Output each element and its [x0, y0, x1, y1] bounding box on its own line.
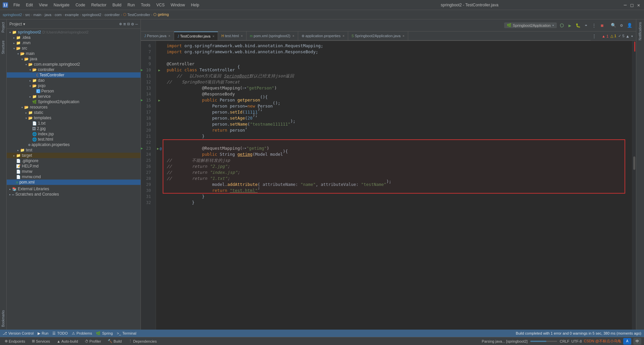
tab-testhtml-close[interactable]: × [241, 34, 243, 38]
tree-springapp[interactable]: 🌿 Springboot2Application [7, 99, 141, 105]
user-button[interactable]: 👤 [626, 22, 633, 29]
scrollbar-thumb[interactable] [633, 156, 635, 170]
dependencies-toolbar-item[interactable]: ⋮ Dependencies [126, 338, 159, 344]
tree-1txt[interactable]: 📄 1.txt [7, 121, 141, 126]
menu-run[interactable]: Run [125, 2, 138, 8]
sidebar-hide-icon[interactable]: – [135, 21, 138, 26]
vertical-scrollbar[interactable] [632, 41, 636, 330]
more-run-button[interactable]: ⋮ [590, 22, 598, 29]
tree-testcontroller[interactable]: C TestController [7, 72, 141, 78]
endpoints-toolbar-item[interactable]: ⊕ Endpoints [3, 338, 27, 344]
menu-code[interactable]: Code [73, 2, 88, 8]
tree-scratches[interactable]: ▸ ✏ Scratches and Consoles [7, 192, 141, 197]
breadcrumb-item[interactable]: springboot2 [82, 13, 102, 17]
tree-main[interactable]: ▾ 📂 main [7, 51, 141, 56]
tree-gitignore[interactable]: 📄 .gitignore [7, 158, 141, 163]
tab-appprops-close[interactable]: × [342, 34, 344, 38]
profiler-toolbar-item[interactable]: ⏱ Profiler [83, 339, 103, 344]
tab-springbootapp[interactable]: S Springboot2Application.java × [348, 31, 408, 40]
tab-testcontroller[interactable]: J TestController.java × [174, 31, 218, 40]
notifications-panel-icon[interactable]: Notifications [638, 21, 643, 42]
tab-pom-close[interactable]: × [292, 34, 294, 38]
close-button[interactable]: ✕ [636, 2, 641, 8]
menu-build[interactable]: Build [110, 2, 124, 8]
reload-button[interactable] [558, 22, 566, 29]
terminal-status[interactable]: >_ Terminal [117, 331, 136, 335]
tree-indexjsp[interactable]: 🌐 index.jsp [7, 131, 141, 137]
tree-helpmd[interactable]: 📝 HELP.md [7, 163, 141, 169]
breadcrumb-item[interactable]: src [25, 13, 30, 17]
tree-controller[interactable]: ▾ 📂 controller [7, 67, 141, 72]
menu-vcs[interactable]: VCS [154, 2, 167, 8]
tree-2jpg[interactable]: 🖼 2.jpg [7, 126, 141, 131]
tree-service[interactable]: ▸ 📁 service [7, 94, 141, 99]
root-expand-arrow[interactable]: ▾ [8, 30, 12, 34]
tree-target[interactable]: ▸ 📁 target [7, 153, 141, 158]
menu-window[interactable]: Window [168, 2, 188, 8]
menu-view[interactable]: View [36, 2, 50, 8]
breadcrumb-item[interactable]: springboot2 [3, 13, 22, 17]
breadcrumb-item[interactable]: ⬡ getimg [153, 12, 169, 17]
collapse-editor-icon[interactable]: ▲ [627, 34, 629, 39]
menu-file[interactable]: File [11, 2, 22, 8]
maximize-button[interactable]: □ [629, 2, 635, 8]
tree-java[interactable]: ▾ 📂 java [7, 56, 141, 62]
tree-src[interactable]: ▾ 📂 src [7, 46, 141, 51]
breadcrumb-item[interactable]: controller [105, 13, 120, 17]
translate-button[interactable]: A [623, 338, 631, 345]
error-indicator[interactable]: ▲ 1 [602, 34, 608, 38]
structure-icon[interactable]: Structure [1, 39, 6, 56]
tree-static[interactable]: ▸ 📁 static [7, 110, 141, 115]
zh-button[interactable]: 中 [633, 338, 641, 345]
tree-pojo[interactable]: ▾ 📂 pojo [7, 83, 141, 88]
tree-mvn[interactable]: ▸ 📁 .mvn [7, 40, 141, 46]
tab-person[interactable]: J Person.java × [141, 31, 174, 40]
build-toolbar-item[interactable]: 🔨 Build [106, 338, 123, 344]
charset-indicator[interactable]: UTF-8 [571, 339, 582, 343]
coverage-button[interactable]: ☂ [582, 22, 590, 29]
sidebar-collapse-icon[interactable]: ⊟ [127, 21, 130, 26]
check-indicator[interactable]: ✓ 5 [618, 34, 624, 38]
tree-testhtml[interactable]: 🌐 test.html [7, 137, 141, 142]
tree-root[interactable]: ▾ 📁 springboot2 D:\Users\Admin\springboo… [7, 29, 141, 35]
tree-idea[interactable]: ▸ 📁 .idea [7, 35, 141, 40]
menu-help[interactable]: Help [188, 2, 202, 8]
tree-templates[interactable]: ▾ 📂 templates [7, 115, 141, 121]
run-button[interactable]: ▶ [566, 22, 574, 29]
tab-appprops[interactable]: ⚙ application.properties × [298, 31, 348, 40]
menu-tools[interactable]: Tools [138, 2, 153, 8]
tree-mvnw[interactable]: 📄 mvnw [7, 169, 141, 174]
breadcrumb-item[interactable]: example [65, 13, 79, 17]
breadcrumb-item[interactable]: com [55, 13, 62, 17]
tree-test[interactable]: ▸ 📁 test [7, 147, 141, 153]
tree-ext-libraries[interactable]: ▸ 📚 External Libraries [7, 186, 141, 192]
search-everywhere-button[interactable]: 🔍 [610, 22, 617, 29]
debug-button[interactable]: 🐛 [574, 22, 582, 29]
warning-indicator[interactable]: △ 1 [610, 34, 616, 38]
breadcrumb-item[interactable]: java [45, 13, 51, 17]
tab-springbootapp-close[interactable]: × [402, 34, 405, 38]
crlf-indicator[interactable]: CRLF [560, 339, 570, 343]
tab-pom[interactable]: m pom.xml (springboot2) × [247, 31, 298, 40]
breadcrumb-item[interactable]: ⬡ TestController [123, 12, 150, 17]
tab-person-close[interactable]: × [168, 34, 170, 38]
tree-pom[interactable]: m pom.xml [7, 180, 141, 185]
spring-status[interactable]: 🌿 Spring [96, 331, 113, 336]
stop-button[interactable]: ■ [598, 22, 606, 29]
code-editor[interactable]: 6 7 8 9 ▶10 11 12 13 14 ▶15 16 17 18 19 … [141, 41, 636, 330]
project-icon[interactable]: Project [1, 21, 6, 34]
problems-status[interactable]: ⚠ Problems [72, 331, 92, 336]
settings-button[interactable]: ⚙ [618, 22, 625, 29]
tab-testcontroller-close[interactable]: × [212, 34, 214, 38]
menu-refactor[interactable]: Refactor [89, 2, 109, 8]
todo-status[interactable]: ☰ TODO [52, 331, 68, 336]
autobuild-toolbar-item[interactable]: ▲ Auto-build [55, 339, 80, 344]
breadcrumb-item[interactable]: main [34, 13, 42, 17]
tree-package[interactable]: ▾ 📂 com.example.springboot2 [7, 62, 141, 67]
bookmarks-icon[interactable]: Bookmarks [1, 309, 6, 328]
sidebar-settings-icon[interactable]: ⚙ [131, 21, 134, 26]
menu-edit[interactable]: Edit [23, 2, 36, 8]
tree-appprops[interactable]: ⚙ application.properties [7, 142, 141, 147]
tree-dao[interactable]: ▸ 📁 dao [7, 78, 141, 83]
tree-resources[interactable]: ▾ 📂 resources [7, 105, 141, 110]
